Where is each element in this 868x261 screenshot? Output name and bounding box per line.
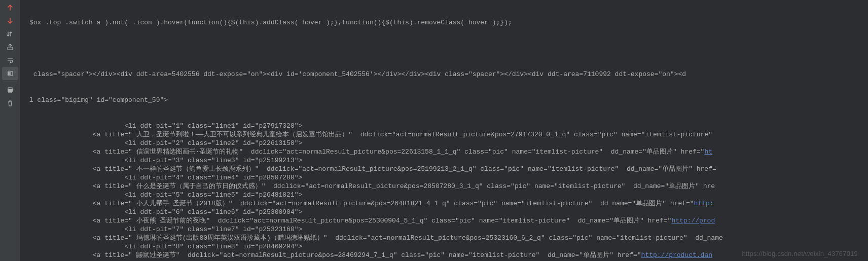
- code-line: <li ddt-pit="5" class="line5" id="p26481…: [29, 191, 868, 199]
- trash-icon[interactable]: [2, 97, 18, 110]
- code-line: class="spacer"></div><div ddt-area=54025…: [29, 70, 868, 79]
- export-icon[interactable]: [2, 41, 18, 54]
- code-line: <a title=" 什么是圣诞节（属于自己的节日的仪式感）" ddclick=…: [29, 182, 868, 191]
- code-line: <li ddt-pit="6" class="line6" id="p25300…: [29, 208, 868, 216]
- arrow-up-icon[interactable]: [2, 1, 18, 14]
- code-line: <li ddt-pit="1" class="line1" id="p27917…: [29, 122, 868, 130]
- code-line: <a title=" 大卫，圣诞节到啦！——大卫不可以系列经典儿童绘本（启发童书…: [29, 130, 868, 139]
- diff-icon[interactable]: [2, 67, 18, 80]
- svg-rect-3: [8, 88, 12, 89]
- code-line: l class="bigimg" id="component_59">: [29, 96, 868, 104]
- print-icon[interactable]: [2, 84, 18, 97]
- watermark-text: https://blog.csdn.net/weixin_43767019: [742, 249, 858, 258]
- output-panel[interactable]: $ox .top .switch a ).not( .icon ).hover(…: [20, 0, 868, 261]
- code-line: <li ddt-pit="4" class="line4" id="p28507…: [29, 173, 868, 182]
- code-line: <a title=" 不一样的圣诞节（鳄鱼爱上长颈鹿系列）" ddclick="…: [29, 165, 868, 173]
- sort-lines-icon[interactable]: [2, 27, 18, 41]
- code-line: <li ddt-pit="7" class="line7" id="p25323…: [29, 225, 868, 234]
- code-line: <li ddt-pit="2" class="line2" id="p22613…: [29, 139, 868, 147]
- svg-rect-0: [8, 47, 13, 50]
- code-line: $ox .top .switch a ).not( .icon ).hover(…: [29, 18, 868, 27]
- code-line: <li ddt-pit="3" class="line3" id="p25199…: [29, 156, 868, 165]
- arrow-down-icon[interactable]: [2, 14, 18, 27]
- code-line: <a title=" 小人儿帮手 圣诞节（2018版）" ddclick="ac…: [29, 199, 868, 208]
- wrap-text-icon[interactable]: [2, 54, 18, 67]
- svg-rect-1: [8, 71, 10, 76]
- blank-line: [29, 44, 868, 53]
- svg-rect-5: [9, 91, 12, 93]
- code-line: <a title=" 玛德琳的圣诞节(出版80周年英汉双语珍藏本)（赠玛德琳贴纸…: [29, 234, 868, 242]
- svg-rect-2: [11, 71, 13, 76]
- code-line: <a title=" 小夜熊 圣诞节前的夜晚" ddclick="act=nor…: [29, 216, 868, 225]
- code-line: <a title=" 信谊世界精选图画书·圣诞节的礼物" ddclick="ac…: [29, 147, 868, 156]
- toolbar-separator: [3, 82, 17, 82]
- left-toolbar: [0, 0, 20, 261]
